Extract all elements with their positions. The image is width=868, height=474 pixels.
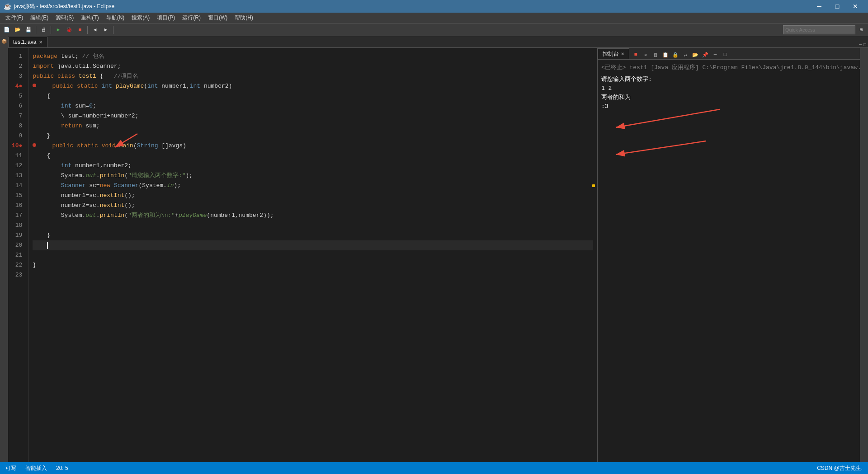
code-line-2: import java.util.Scanner; bbox=[33, 61, 593, 71]
line-num-2: 2 bbox=[12, 61, 25, 71]
toolbar-menu[interactable]: ⊞ bbox=[856, 25, 866, 35]
code-line-15: number1=sc.nextInt(); bbox=[33, 191, 593, 201]
console-terminate-icon[interactable]: ■ bbox=[631, 50, 640, 59]
toolbar-open[interactable]: 📂 bbox=[13, 25, 23, 35]
menu-run[interactable]: 运行(R) bbox=[179, 13, 204, 23]
close-button[interactable]: ✕ bbox=[846, 0, 864, 13]
menu-edit[interactable]: 编辑(E) bbox=[27, 13, 52, 23]
console-word-wrap-icon[interactable]: ↵ bbox=[681, 50, 690, 59]
toolbar-stop[interactable]: ■ bbox=[75, 25, 85, 35]
console-copy-icon[interactable]: 📋 bbox=[661, 50, 670, 59]
window-title: java源码 - test/src/test/test1.java - Ecli… bbox=[14, 3, 114, 10]
console-header: <已终止> test1 [Java 应用程序] C:\Program Files… bbox=[601, 63, 856, 72]
console-clear-icon[interactable]: 🗑 bbox=[651, 50, 660, 59]
line-num-6: 6 bbox=[12, 101, 25, 111]
line-num-7: 7 bbox=[12, 111, 25, 121]
toolbar-new[interactable]: 📄 bbox=[2, 25, 12, 35]
menu-window[interactable]: 窗口(W) bbox=[204, 13, 231, 23]
console-close-icon[interactable]: ✕ bbox=[621, 52, 624, 56]
console-panel: 控制台 ✕ ■ ✕ 🗑 📋 🔒 ↵ 📂 📌 ─ □ bbox=[598, 48, 860, 462]
code-content: 1 2 3 4● 5 6 7 8 9 10● 11 12 13 14 bbox=[8, 48, 597, 462]
console-tabs: 控制台 ✕ ■ ✕ 🗑 📋 🔒 ↵ 📂 📌 ─ □ bbox=[598, 48, 860, 60]
code-line-4: • public static int playGame(int number1… bbox=[33, 81, 593, 91]
toolbar-sep-2 bbox=[51, 26, 51, 34]
maximize-button[interactable]: □ bbox=[828, 0, 846, 13]
toolbar-print[interactable]: 🖨 bbox=[38, 25, 48, 35]
line-num-19: 19 bbox=[12, 230, 25, 240]
console-tab-label: 控制台 bbox=[603, 50, 619, 58]
status-position: 20: 5 bbox=[56, 465, 68, 471]
console-input-prompt: 请您输入两个数字: bbox=[601, 75, 652, 84]
console-prompt: 请您输入两个数字: bbox=[601, 75, 856, 84]
code-line-13: System.out.println("请您输入两个数字:"); bbox=[33, 171, 593, 181]
toolbar-debug[interactable]: 🐞 bbox=[64, 25, 74, 35]
editor-split: 1 2 3 4● 5 6 7 8 9 10● 11 12 13 14 bbox=[8, 48, 868, 462]
line-num-18: 18 bbox=[12, 221, 25, 230]
right-sidebar bbox=[860, 48, 868, 462]
line-num-5: 5 bbox=[12, 91, 25, 101]
code-line-21 bbox=[33, 250, 593, 260]
toolbar-back[interactable]: ◀ bbox=[90, 25, 100, 35]
toolbar-save[interactable]: 💾 bbox=[24, 25, 33, 35]
menu-source[interactable]: 源码(S) bbox=[52, 13, 77, 23]
console-output-1: 两者的和为 bbox=[601, 93, 856, 102]
console-scroll-lock-icon[interactable]: 🔒 bbox=[671, 50, 680, 59]
tab-console[interactable]: 控制台 ✕ bbox=[598, 48, 629, 59]
console-pin-icon[interactable]: 📌 bbox=[701, 50, 710, 59]
menu-file[interactable]: 文件(F) bbox=[2, 13, 27, 23]
console-minimize-icon[interactable]: ─ bbox=[711, 50, 720, 59]
svg-line-4 bbox=[616, 109, 720, 127]
code-editor[interactable]: 1 2 3 4● 5 6 7 8 9 10● 11 12 13 14 bbox=[8, 48, 598, 462]
line-num-16: 16 bbox=[12, 201, 25, 211]
code-line-12: int number1,number2; bbox=[33, 161, 593, 171]
minimize-button[interactable]: ─ bbox=[810, 0, 828, 13]
code-line-11: { bbox=[33, 151, 593, 161]
menu-refactor[interactable]: 重构(T) bbox=[77, 13, 102, 23]
menu-search[interactable]: 搜索(A) bbox=[128, 13, 153, 23]
line-num-8: 8 bbox=[12, 121, 25, 131]
console-maximize-icon[interactable]: □ bbox=[721, 50, 730, 59]
main-area: 📦 test1.java ✕ ─ □ 1 2 bbox=[0, 36, 868, 462]
menu-navigate[interactable]: 导航(N) bbox=[103, 13, 128, 23]
line-num-20: 20 bbox=[12, 240, 25, 250]
sidebar-package-explorer[interactable]: 📦 bbox=[0, 38, 8, 45]
console-input-value: 1 2 bbox=[601, 84, 856, 93]
toolbar-forward[interactable]: ▶ bbox=[101, 25, 111, 35]
quick-access-input[interactable] bbox=[783, 25, 855, 34]
code-line-3: public class test1 { //项目名 bbox=[33, 71, 593, 81]
toolbar-run[interactable]: ▶ bbox=[53, 25, 63, 35]
toolbar-sep-3 bbox=[87, 26, 88, 34]
line-num-14: 14 bbox=[12, 181, 25, 191]
tab-close-icon[interactable]: ✕ bbox=[39, 40, 42, 45]
line-numbers: 1 2 3 4● 5 6 7 8 9 10● 11 12 13 14 bbox=[8, 48, 29, 462]
window-controls: ─ □ ✕ bbox=[810, 0, 864, 13]
code-lines[interactable]: package test; // 包名 import java.util.Sca… bbox=[29, 48, 597, 462]
console-annotation-arrows bbox=[607, 105, 742, 195]
console-content[interactable]: <已终止> test1 [Java 应用程序] C:\Program Files… bbox=[598, 60, 860, 462]
menu-project[interactable]: 项目(P) bbox=[153, 13, 179, 23]
line-num-13: 13 bbox=[12, 171, 25, 181]
code-line-20 bbox=[33, 240, 593, 250]
console-remove-icon[interactable]: ✕ bbox=[641, 50, 650, 59]
status-right: CSDN @吉士先生. bbox=[817, 465, 863, 472]
line-num-15: 15 bbox=[12, 191, 25, 201]
console-open-icon[interactable]: 📂 bbox=[691, 50, 700, 59]
status-bar: 可写 智能插入 20: 5 CSDN @吉士先生. bbox=[0, 462, 868, 474]
code-line-16: number2=sc.nextInt(); bbox=[33, 201, 593, 211]
console-output-2: :3 bbox=[601, 102, 856, 111]
status-csdn: CSDN @吉士先生. bbox=[817, 465, 863, 472]
app-icon: ☕ bbox=[4, 3, 11, 10]
code-line-17: System.out.println("两者的和为\n:"+playGame(n… bbox=[33, 211, 593, 221]
title-bar-left: ☕ java源码 - test/src/test/test1.java - Ec… bbox=[4, 3, 114, 10]
menu-help[interactable]: 帮助(H) bbox=[231, 13, 257, 23]
editor-tabs: test1.java ✕ ─ □ bbox=[8, 36, 868, 48]
line-num-23: 23 bbox=[12, 270, 25, 280]
editor-minimize-icon[interactable]: ─ bbox=[859, 42, 862, 47]
code-line-22: } bbox=[33, 260, 593, 270]
toolbar-sep-1 bbox=[36, 26, 36, 34]
tab-test1-java[interactable]: test1.java ✕ bbox=[8, 37, 47, 47]
status-writable: 可写 bbox=[5, 465, 16, 472]
code-line-1: package test; // 包名 bbox=[33, 52, 593, 61]
code-line-23 bbox=[33, 270, 593, 280]
editor-maximize-icon[interactable]: □ bbox=[863, 42, 866, 47]
